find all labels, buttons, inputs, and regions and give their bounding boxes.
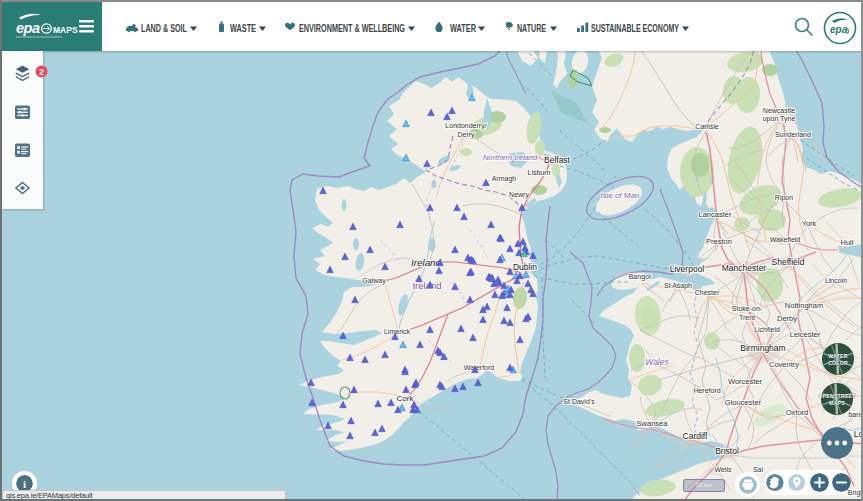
svg-text:SUSTAINABLE ECONOMY: SUSTAINABLE ECONOMY bbox=[591, 23, 679, 34]
svg-text:Hull: Hull bbox=[841, 238, 854, 247]
svg-text:Isle of Man: Isle of Man bbox=[600, 191, 639, 200]
svg-text:Bangor: Bangor bbox=[629, 273, 652, 281]
svg-text:Newry: Newry bbox=[509, 191, 529, 199]
svg-text:Sunderland: Sunderland bbox=[775, 131, 811, 138]
svg-text:2: 2 bbox=[39, 67, 44, 77]
svg-text:Oxford: Oxford bbox=[786, 408, 809, 417]
svg-text:NATURE: NATURE bbox=[517, 23, 546, 34]
svg-text:LAND & SOIL: LAND & SOIL bbox=[141, 23, 187, 34]
svg-text:Trent: Trent bbox=[739, 314, 755, 321]
svg-text:epa: epa bbox=[830, 24, 848, 35]
svg-text:Cardiff: Cardiff bbox=[683, 431, 709, 441]
svg-text:York: York bbox=[802, 219, 817, 228]
svg-text:Wakefield: Wakefield bbox=[770, 236, 801, 243]
svg-text:Londonderry/: Londonderry/ bbox=[445, 122, 486, 130]
svg-text:Wales: Wales bbox=[645, 357, 669, 367]
svg-text:i: i bbox=[22, 477, 25, 489]
svg-text:Leicester: Leicester bbox=[790, 330, 821, 339]
svg-text:Carlisle: Carlisle bbox=[695, 123, 718, 130]
svg-text:Birmingham: Birmingham bbox=[740, 343, 785, 353]
svg-text:St Asaph: St Asaph bbox=[664, 282, 692, 290]
svg-text:ENVIRONMENT & WELLBEING: ENVIRONMENT & WELLBEING bbox=[299, 23, 405, 34]
svg-text:Newcastle: Newcastle bbox=[763, 107, 795, 114]
svg-text:St David's: St David's bbox=[563, 398, 595, 405]
svg-text:MAPS: MAPS bbox=[829, 400, 845, 406]
svg-text:Derby: Derby bbox=[777, 314, 797, 323]
svg-text:upon Tyne: upon Tyne bbox=[763, 115, 796, 123]
svg-text:Limerick: Limerick bbox=[384, 328, 411, 335]
svg-text:Galway: Galway bbox=[362, 277, 386, 285]
svg-text:Cork: Cork bbox=[397, 394, 415, 403]
svg-text:Sheffield: Sheffield bbox=[772, 257, 805, 267]
svg-text:Armagh: Armagh bbox=[492, 175, 517, 183]
svg-text:Ireland: Ireland bbox=[411, 257, 442, 268]
svg-text:Ripon: Ripon bbox=[775, 194, 793, 202]
svg-text:WATER: WATER bbox=[450, 23, 477, 34]
svg-text:Hereford: Hereford bbox=[693, 387, 720, 394]
svg-text:Belfast: Belfast bbox=[544, 155, 571, 165]
svg-text:Derry: Derry bbox=[457, 131, 475, 139]
svg-text:Brigh: Brigh bbox=[848, 489, 863, 497]
svg-text:Preston: Preston bbox=[706, 237, 732, 246]
svg-text:Wells: Wells bbox=[715, 466, 732, 473]
svg-text:Liverpool: Liverpool bbox=[670, 264, 705, 274]
svg-text:Worcester: Worcester bbox=[728, 377, 763, 386]
svg-text:Sal: Sal bbox=[753, 466, 764, 473]
svg-text:Stoke-on-: Stoke-on- bbox=[732, 305, 763, 312]
svg-text:Bristol: Bristol bbox=[715, 446, 739, 456]
svg-text:Waterford: Waterford bbox=[464, 364, 495, 371]
svg-text:Lichfield: Lichfield bbox=[754, 326, 780, 333]
svg-text:Lisburn: Lisburn bbox=[528, 169, 551, 176]
svg-text:Chester: Chester bbox=[695, 289, 720, 296]
svg-text:Lancaster: Lancaster bbox=[699, 210, 732, 219]
svg-text:Swansea: Swansea bbox=[637, 419, 669, 428]
svg-text:OPENSTREET: OPENSTREET bbox=[818, 393, 856, 399]
svg-text:Nottingham: Nottingham bbox=[785, 301, 823, 310]
svg-text:Coventry: Coventry bbox=[769, 360, 799, 369]
svg-text:London: London bbox=[854, 429, 863, 439]
svg-text:WATER: WATER bbox=[828, 353, 847, 359]
svg-text:COLOR: COLOR bbox=[828, 360, 848, 366]
svg-text:Lincoln: Lincoln bbox=[825, 277, 847, 284]
svg-text:Gloucester: Gloucester bbox=[725, 398, 762, 407]
svg-text:Dublin: Dublin bbox=[513, 262, 537, 272]
svg-text:WASTE: WASTE bbox=[230, 23, 256, 34]
svg-text:Manchester: Manchester bbox=[722, 263, 767, 273]
svg-text:Northern Ireland: Northern Ireland bbox=[483, 153, 538, 162]
